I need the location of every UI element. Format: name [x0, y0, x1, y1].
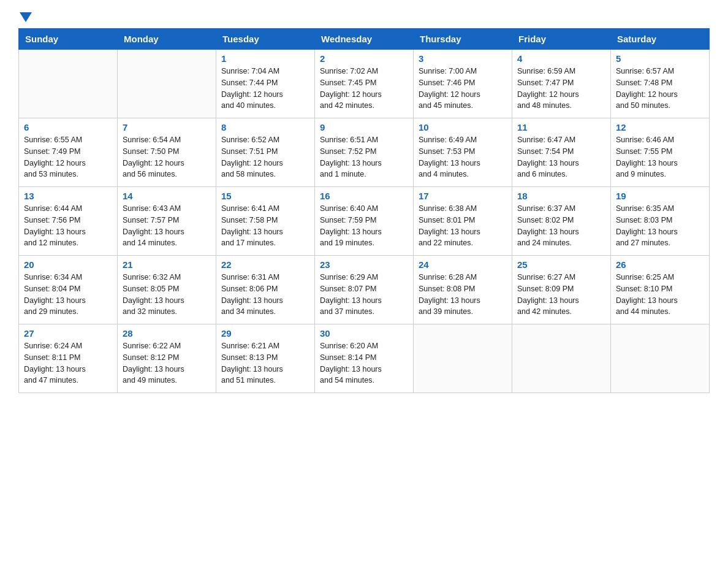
day-number: 25 [517, 259, 605, 270]
day-number: 22 [221, 259, 309, 270]
logo-triangle-icon [20, 12, 32, 22]
calendar-day: 11Sunrise: 6:47 AM Sunset: 7:54 PM Dayli… [512, 118, 611, 187]
day-number: 15 [221, 191, 309, 201]
calendar-day: 28Sunrise: 6:22 AM Sunset: 8:12 PM Dayli… [118, 324, 216, 393]
day-number: 29 [221, 328, 309, 339]
day-info: Sunrise: 6:52 AM Sunset: 7:51 PM Dayligh… [221, 134, 309, 180]
day-info: Sunrise: 6:44 AM Sunset: 7:56 PM Dayligh… [24, 203, 112, 249]
day-header-sunday: Sunday [19, 29, 118, 50]
calendar-day: 18Sunrise: 6:37 AM Sunset: 8:02 PM Dayli… [512, 187, 611, 256]
calendar-day: 27Sunrise: 6:24 AM Sunset: 8:11 PM Dayli… [19, 324, 118, 393]
calendar-day: 8Sunrise: 6:52 AM Sunset: 7:51 PM Daylig… [216, 118, 315, 187]
day-info: Sunrise: 6:27 AM Sunset: 8:09 PM Dayligh… [517, 272, 605, 318]
day-number: 12 [616, 122, 704, 132]
day-info: Sunrise: 6:35 AM Sunset: 8:03 PM Dayligh… [616, 203, 704, 249]
day-number: 5 [616, 53, 704, 64]
day-number: 8 [221, 122, 309, 132]
day-info: Sunrise: 7:00 AM Sunset: 7:46 PM Dayligh… [419, 66, 507, 112]
calendar-day: 7Sunrise: 6:54 AM Sunset: 7:50 PM Daylig… [118, 118, 216, 187]
calendar-day: 2Sunrise: 7:02 AM Sunset: 7:45 PM Daylig… [315, 50, 414, 118]
day-info: Sunrise: 6:59 AM Sunset: 7:47 PM Dayligh… [517, 66, 605, 112]
calendar-day: 30Sunrise: 6:20 AM Sunset: 8:14 PM Dayli… [315, 324, 414, 393]
day-number: 21 [123, 259, 211, 270]
calendar-day: 12Sunrise: 6:46 AM Sunset: 7:55 PM Dayli… [611, 118, 710, 187]
day-info: Sunrise: 6:51 AM Sunset: 7:52 PM Dayligh… [320, 134, 408, 180]
day-number: 28 [123, 328, 211, 339]
calendar-day: 13Sunrise: 6:44 AM Sunset: 7:56 PM Dayli… [19, 187, 118, 256]
day-number: 2 [320, 53, 408, 64]
day-info: Sunrise: 6:40 AM Sunset: 7:59 PM Dayligh… [320, 203, 408, 249]
day-number: 16 [320, 191, 408, 201]
day-info: Sunrise: 6:32 AM Sunset: 8:05 PM Dayligh… [123, 272, 211, 318]
day-info: Sunrise: 6:37 AM Sunset: 8:02 PM Dayligh… [517, 203, 605, 249]
day-info: Sunrise: 7:02 AM Sunset: 7:45 PM Dayligh… [320, 66, 408, 112]
calendar-week-4: 20Sunrise: 6:34 AM Sunset: 8:04 PM Dayli… [19, 256, 710, 324]
day-info: Sunrise: 6:24 AM Sunset: 8:11 PM Dayligh… [24, 340, 112, 386]
day-number: 24 [419, 259, 507, 270]
day-info: Sunrise: 6:49 AM Sunset: 7:53 PM Dayligh… [419, 134, 507, 180]
calendar-day [611, 324, 710, 393]
day-info: Sunrise: 6:54 AM Sunset: 7:50 PM Dayligh… [123, 134, 211, 180]
day-info: Sunrise: 6:31 AM Sunset: 8:06 PM Dayligh… [221, 272, 309, 318]
day-info: Sunrise: 6:43 AM Sunset: 7:57 PM Dayligh… [123, 203, 211, 249]
day-info: Sunrise: 6:20 AM Sunset: 8:14 PM Dayligh… [320, 340, 408, 386]
day-number: 11 [517, 122, 605, 132]
calendar-day: 23Sunrise: 6:29 AM Sunset: 8:07 PM Dayli… [315, 256, 414, 324]
calendar-day: 14Sunrise: 6:43 AM Sunset: 7:57 PM Dayli… [118, 187, 216, 256]
day-number: 3 [419, 53, 507, 64]
calendar-day: 4Sunrise: 6:59 AM Sunset: 7:47 PM Daylig… [512, 50, 611, 118]
calendar-day [118, 50, 216, 118]
calendar-day: 1Sunrise: 7:04 AM Sunset: 7:44 PM Daylig… [216, 50, 315, 118]
calendar-day: 22Sunrise: 6:31 AM Sunset: 8:06 PM Dayli… [216, 256, 315, 324]
day-info: Sunrise: 6:46 AM Sunset: 7:55 PM Dayligh… [616, 134, 704, 180]
calendar-week-5: 27Sunrise: 6:24 AM Sunset: 8:11 PM Dayli… [19, 324, 710, 393]
day-number: 18 [517, 191, 605, 201]
day-info: Sunrise: 6:55 AM Sunset: 7:49 PM Dayligh… [24, 134, 112, 180]
day-info: Sunrise: 6:47 AM Sunset: 7:54 PM Dayligh… [517, 134, 605, 180]
day-number: 1 [221, 53, 309, 64]
day-number: 17 [419, 191, 507, 201]
calendar-week-1: 1Sunrise: 7:04 AM Sunset: 7:44 PM Daylig… [19, 50, 710, 118]
calendar-day: 20Sunrise: 6:34 AM Sunset: 8:04 PM Dayli… [19, 256, 118, 324]
day-number: 27 [24, 328, 112, 339]
calendar-day: 29Sunrise: 6:21 AM Sunset: 8:13 PM Dayli… [216, 324, 315, 393]
day-info: Sunrise: 6:57 AM Sunset: 7:48 PM Dayligh… [616, 66, 704, 112]
day-header-tuesday: Tuesday [216, 29, 315, 50]
calendar-day: 5Sunrise: 6:57 AM Sunset: 7:48 PM Daylig… [611, 50, 710, 118]
calendar-day [19, 50, 118, 118]
day-header-saturday: Saturday [611, 29, 710, 50]
day-number: 13 [24, 191, 112, 201]
day-info: Sunrise: 6:28 AM Sunset: 8:08 PM Dayligh… [419, 272, 507, 318]
calendar-body: 1Sunrise: 7:04 AM Sunset: 7:44 PM Daylig… [19, 50, 710, 393]
day-header-friday: Friday [512, 29, 611, 50]
calendar-day: 3Sunrise: 7:00 AM Sunset: 7:46 PM Daylig… [414, 50, 512, 118]
day-info: Sunrise: 6:22 AM Sunset: 8:12 PM Dayligh… [123, 340, 211, 386]
calendar-day: 21Sunrise: 6:32 AM Sunset: 8:05 PM Dayli… [118, 256, 216, 324]
calendar-day: 25Sunrise: 6:27 AM Sunset: 8:09 PM Dayli… [512, 256, 611, 324]
day-header-wednesday: Wednesday [315, 29, 414, 50]
day-number: 23 [320, 259, 408, 270]
day-header-monday: Monday [118, 29, 216, 50]
day-info: Sunrise: 7:04 AM Sunset: 7:44 PM Dayligh… [221, 66, 309, 112]
calendar-week-2: 6Sunrise: 6:55 AM Sunset: 7:49 PM Daylig… [19, 118, 710, 187]
calendar-day [512, 324, 611, 393]
calendar-day: 26Sunrise: 6:25 AM Sunset: 8:10 PM Dayli… [611, 256, 710, 324]
day-number: 9 [320, 122, 408, 132]
day-number: 14 [123, 191, 211, 201]
day-number: 10 [419, 122, 507, 132]
day-info: Sunrise: 6:41 AM Sunset: 7:58 PM Dayligh… [221, 203, 309, 249]
day-number: 6 [24, 122, 112, 132]
day-number: 20 [24, 259, 112, 270]
day-info: Sunrise: 6:21 AM Sunset: 8:13 PM Dayligh… [221, 340, 309, 386]
day-header-thursday: Thursday [414, 29, 512, 50]
day-info: Sunrise: 6:34 AM Sunset: 8:04 PM Dayligh… [24, 272, 112, 318]
calendar-day: 16Sunrise: 6:40 AM Sunset: 7:59 PM Dayli… [315, 187, 414, 256]
calendar-day: 15Sunrise: 6:41 AM Sunset: 7:58 PM Dayli… [216, 187, 315, 256]
day-info: Sunrise: 6:38 AM Sunset: 8:01 PM Dayligh… [419, 203, 507, 249]
day-number: 19 [616, 191, 704, 201]
day-number: 26 [616, 259, 704, 270]
day-number: 30 [320, 328, 408, 339]
calendar-day [414, 324, 512, 393]
day-number: 7 [123, 122, 211, 132]
calendar-table: SundayMondayTuesdayWednesdayThursdayFrid… [18, 28, 710, 393]
